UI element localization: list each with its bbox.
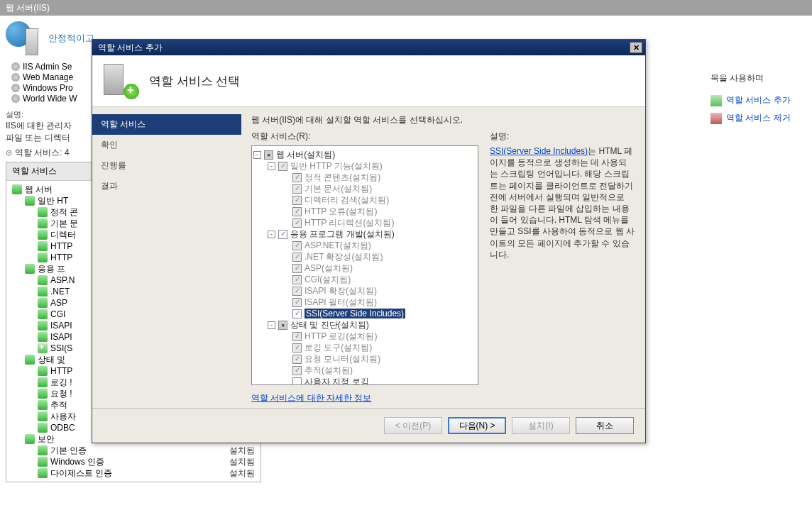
tree-label: 역할 서비스(R): [251, 131, 478, 143]
role-service-icon [38, 411, 48, 421]
tree-node[interactable]: SSI(Server Side Includes) [253, 308, 476, 319]
tree-node[interactable]: 추적(설치됨) [253, 365, 476, 376]
right-actions-panel: 목을 사용하며 역할 서비스 추가 역할 서비스 제거 [710, 72, 806, 127]
node-label: 추적(설치됨) [304, 365, 353, 377]
header-text: 안정적이고 [48, 32, 94, 45]
gear-icon [11, 84, 20, 92]
role-service-icon [38, 423, 48, 433]
svc-label: IIS Admin Se [23, 62, 72, 72]
role-label: 웹 서버 [25, 184, 53, 196]
role-service-icon [38, 468, 48, 478]
role-label: 사용자 [50, 411, 76, 423]
main-title: 웹 서버(IIS) [6, 2, 50, 14]
dialog-title: 역할 서비스 추가 [98, 42, 163, 54]
nav-item-2[interactable]: 진행률 [92, 155, 241, 176]
tree-node[interactable]: 요청 모니터(설치됨) [253, 353, 476, 365]
checkbox [292, 366, 302, 375]
node-label: SSI(Server Side Includes) [304, 309, 405, 318]
role-service-icon [38, 389, 48, 399]
node-label: 상태 및 진단(설치됨) [290, 319, 369, 331]
add-icon [38, 343, 48, 353]
node-label: ASP.NET(설치됨) [304, 240, 371, 252]
tree-node[interactable]: ISAPI 확장(설치됨) [253, 285, 476, 296]
role-service-icon [25, 264, 35, 274]
tree-node[interactable]: ISAPI 필터(설치됨) [253, 296, 476, 308]
role-service-icon [38, 241, 48, 251]
checkbox [278, 162, 287, 171]
remove-role-service-link[interactable]: 역할 서비스 제거 [710, 109, 806, 127]
add-role-services-dialog: 역할 서비스 추가 ✕ 역할 서비스 선택 역할 서비스확인진행률결과 웹 서버… [92, 39, 646, 443]
checkbox[interactable] [264, 150, 273, 160]
checkbox [292, 264, 302, 273]
role-service-icon [38, 287, 48, 296]
nav-item-1[interactable]: 확인 [92, 135, 241, 155]
role-label: 디렉터 [50, 229, 76, 241]
checkbox[interactable] [292, 377, 302, 386]
tree-node[interactable]: 정적 콘텐츠(설치됨) [253, 172, 476, 183]
checkbox[interactable] [278, 230, 287, 239]
tree-node[interactable]: HTTP 리디렉션(설치됨) [253, 217, 476, 228]
description-link[interactable]: SSI(Server Side Includes) [490, 146, 588, 156]
tree-node[interactable]: 디렉터리 검색(설치됨) [253, 194, 476, 206]
role-label: 기본 인증 [50, 445, 87, 457]
expand-toggle[interactable]: - [253, 151, 261, 159]
dialog-body: 역할 서비스확인진행률결과 웹 서버(IIS)에 대해 설치할 역할 서비스를 … [92, 107, 645, 408]
role-service-icon [38, 321, 48, 331]
tree-node[interactable]: HTTP 로깅(설치됨) [253, 331, 476, 342]
next-button[interactable]: 다음(N) > [448, 417, 506, 434]
more-info-link[interactable]: 역할 서비스에 대한 자세한 정보 [251, 392, 371, 404]
nav-item-0[interactable]: 역할 서비스 [92, 114, 241, 135]
install-button[interactable]: 설치(I) [512, 417, 570, 434]
tree-node[interactable]: ASP.NET(설치됨) [253, 240, 476, 251]
checkbox [292, 355, 302, 364]
tree-node[interactable]: CGI(설치됨) [253, 274, 476, 285]
role-services-tree[interactable]: -웹 서버(설치됨)-일반 HTTP 기능(설치됨)정적 콘텐츠(설치됨)기본 … [251, 145, 478, 385]
expand-toggle[interactable]: - [268, 162, 275, 170]
tree-node[interactable]: 로깅 도구(설치됨) [253, 342, 476, 353]
role-service-icon [38, 457, 48, 467]
tree-node[interactable]: -웹 서버(설치됨) [253, 149, 476, 160]
checkbox [292, 343, 302, 353]
dialog-title-bar[interactable]: 역할 서비스 추가 ✕ [92, 40, 645, 55]
role-label: ODBC [50, 423, 75, 433]
gear-icon [11, 62, 20, 71]
svc-label: Windows Pro [23, 83, 73, 93]
prev-button[interactable]: < 이전(P) [384, 417, 442, 434]
role-row[interactable]: Windows 인증설치됨 [6, 456, 260, 467]
node-label: CGI(설치됨) [304, 274, 351, 286]
role-label: 다이제스트 인증 [50, 467, 112, 479]
gear-icon [11, 73, 20, 82]
expand-toggle[interactable]: - [268, 231, 275, 238]
checkbox[interactable] [292, 309, 302, 318]
role-service-icon [38, 366, 48, 376]
role-service-icon [25, 196, 35, 206]
tree-node[interactable]: -상태 및 진단(설치됨) [253, 319, 476, 331]
close-button[interactable]: ✕ [630, 42, 642, 53]
role-label: 응용 프 [38, 263, 65, 275]
expand-toggle[interactable]: - [268, 321, 275, 329]
nav-item-3[interactable]: 결과 [92, 176, 241, 196]
tree-node[interactable]: -응용 프로그램 개발(설치됨) [253, 228, 476, 240]
checkbox[interactable] [278, 321, 287, 330]
role-label: Windows 인증 [50, 456, 104, 468]
tree-node[interactable]: -일반 HTTP 기능(설치됨) [253, 160, 476, 172]
tree-node[interactable]: HTTP 오류(설치됨) [253, 206, 476, 217]
role-status: 설치됨 [229, 467, 255, 479]
role-service-icon [25, 355, 35, 365]
cancel-button[interactable]: 취소 [576, 417, 634, 434]
wizard-icon [104, 64, 138, 98]
tree-node[interactable]: 기본 문서(설치됨) [253, 183, 476, 194]
role-row[interactable]: 기본 인증설치됨 [6, 445, 260, 456]
instruction-text: 웹 서버(IIS)에 대해 설치할 역할 서비스를 선택하십시오. [251, 114, 635, 126]
description-box: 설명: SSI(Server Side Includes)는 HTML 페이지를… [490, 131, 635, 404]
remove-role-icon [710, 113, 722, 124]
role-label: 상태 및 [38, 354, 65, 366]
tree-node[interactable]: 사용자 지정 로깅 [253, 376, 476, 385]
role-row[interactable]: 다이제스트 인증설치됨 [6, 467, 260, 479]
tree-node[interactable]: .NET 확장성(설치됨) [253, 251, 476, 262]
checkbox [292, 253, 302, 262]
add-role-service-link[interactable]: 역할 서비스 추가 [710, 92, 806, 109]
node-label: ISAPI 필터(설치됨) [304, 296, 377, 309]
iis-icon [6, 21, 40, 55]
tree-node[interactable]: ASP(설치됨) [253, 262, 476, 274]
